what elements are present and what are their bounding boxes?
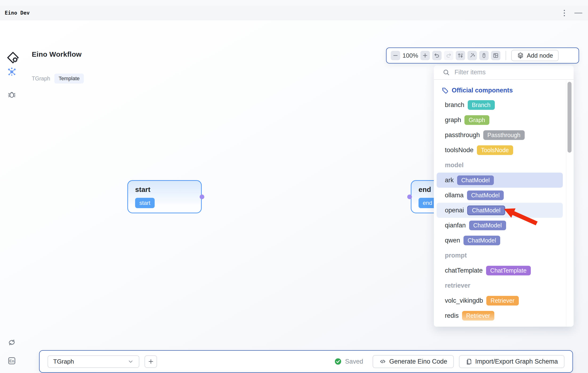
bottom-action-bar: TGraph Saved Generate Eino Code Import/E… bbox=[39, 350, 573, 373]
panel-scrollbar-thumb[interactable] bbox=[567, 82, 572, 153]
language-en-icon: En bbox=[7, 356, 16, 365]
graph-name-label: TGraph bbox=[32, 75, 50, 82]
start-node-output-port[interactable] bbox=[200, 194, 204, 199]
component-item-ollama[interactable]: ollama ChatModel bbox=[437, 188, 563, 203]
add-node-label: Add node bbox=[527, 52, 553, 59]
generate-code-button[interactable]: Generate Eino Code bbox=[373, 355, 454, 368]
component-name: openai bbox=[445, 207, 464, 214]
filter-items-input[interactable] bbox=[454, 69, 558, 76]
mouse-mode-button[interactable] bbox=[479, 51, 489, 60]
group-label-prompt: prompt bbox=[434, 248, 566, 263]
zoom-level-value: 100% bbox=[402, 52, 418, 59]
group-label-model: model bbox=[434, 158, 566, 173]
window-menu-button[interactable] bbox=[564, 9, 565, 17]
component-name: ollama bbox=[445, 192, 464, 199]
bug-icon bbox=[7, 90, 16, 99]
page-title: Eino Workflow bbox=[32, 50, 82, 58]
template-badge[interactable]: Template bbox=[54, 74, 84, 83]
component-item-qwen[interactable]: qwen ChatModel bbox=[437, 233, 563, 248]
component-item-passthrough[interactable]: passthrough Passthrough bbox=[437, 128, 563, 142]
component-item-branch[interactable]: branch Branch bbox=[437, 97, 563, 112]
kebab-icon bbox=[564, 9, 565, 17]
component-item-qianfan[interactable]: qianfan ChatModel bbox=[437, 218, 563, 233]
refresh-icon bbox=[7, 338, 16, 347]
workflow-canvas[interactable]: En ? Eino Workflow TGraph Template 100% bbox=[0, 20, 588, 373]
zoom-in-button[interactable] bbox=[420, 51, 430, 60]
component-type-badge: ChatModel bbox=[457, 175, 494, 185]
code-icon bbox=[379, 358, 386, 365]
save-status: Saved bbox=[334, 358, 363, 365]
zoom-out-button[interactable] bbox=[391, 51, 400, 60]
search-icon bbox=[443, 69, 450, 76]
start-node-title: start bbox=[135, 186, 150, 193]
end-node-title: end bbox=[419, 186, 431, 193]
component-name: toolsNode bbox=[445, 147, 474, 154]
window-title: Eino Dev bbox=[5, 10, 30, 16]
eino-logo-icon bbox=[7, 51, 19, 64]
component-item-volc-vikingdb[interactable]: volc_vikingdb Retriever bbox=[437, 293, 563, 308]
component-item-openai[interactable]: openai ChatModel bbox=[437, 203, 563, 218]
plus-icon bbox=[147, 358, 154, 365]
component-item-ark[interactable]: ark ChatModel bbox=[437, 173, 563, 188]
redo-button[interactable] bbox=[444, 51, 453, 60]
import-export-label: Import/Export Graph Schema bbox=[475, 358, 558, 365]
add-graph-button[interactable] bbox=[145, 355, 157, 368]
component-name: passthrough bbox=[445, 131, 480, 139]
end-node-input-port[interactable] bbox=[407, 194, 412, 199]
graph-meta: TGraph Template bbox=[32, 73, 84, 84]
component-item-graph[interactable]: graph Graph bbox=[437, 112, 563, 128]
sidebar-button-debug[interactable] bbox=[7, 90, 16, 99]
clipboard-icon bbox=[466, 358, 472, 365]
official-components-header: Official components bbox=[442, 87, 566, 94]
graph-select[interactable]: TGraph bbox=[48, 355, 139, 368]
saved-check-icon bbox=[334, 358, 342, 365]
sidebar-button-refresh[interactable] bbox=[7, 338, 16, 347]
graph-network-icon bbox=[7, 67, 16, 76]
component-name: branch bbox=[445, 101, 464, 109]
component-type-badge: ChatModel bbox=[467, 191, 504, 200]
add-node-button[interactable]: Add node bbox=[511, 50, 559, 61]
layout-panels-button[interactable] bbox=[491, 51, 500, 60]
component-name: graph bbox=[445, 116, 461, 124]
component-type-badge: ChatTemplate bbox=[486, 266, 531, 275]
mouse-icon bbox=[481, 52, 487, 59]
window-minimize-button[interactable] bbox=[574, 13, 582, 13]
component-type-badge: Retriever bbox=[486, 296, 519, 305]
component-item-redis[interactable]: redis Retriever bbox=[437, 308, 563, 323]
official-components-label: Official components bbox=[452, 87, 513, 94]
component-item-toolsnode[interactable]: toolsNode ToolsNode bbox=[437, 142, 563, 158]
component-name: redis bbox=[445, 312, 459, 319]
plus-icon bbox=[422, 52, 428, 59]
magic-wand-icon bbox=[469, 52, 475, 59]
window-top-strip bbox=[0, 0, 588, 5]
component-item-chattemplate[interactable]: chatTemplate ChatTemplate bbox=[437, 263, 563, 278]
auto-layout-button[interactable] bbox=[456, 51, 465, 60]
component-name: chatTemplate bbox=[445, 267, 483, 274]
layers-plus-icon bbox=[517, 52, 524, 59]
sidebar-button-language[interactable]: En bbox=[7, 356, 16, 365]
sidebar-button-graph-editor[interactable] bbox=[7, 67, 16, 76]
import-export-button[interactable]: Import/Export Graph Schema bbox=[459, 355, 565, 368]
minus-icon bbox=[392, 52, 399, 59]
svg-text:En: En bbox=[9, 359, 14, 363]
layout-grid-icon bbox=[493, 52, 499, 59]
components-panel: Official components branch Branch graph … bbox=[434, 65, 574, 327]
component-type-badge: ToolsNode bbox=[477, 145, 513, 155]
component-name: ark bbox=[445, 177, 454, 184]
start-node-handle-badge: start bbox=[135, 198, 155, 208]
graph-select-value: TGraph bbox=[53, 358, 74, 365]
component-type-badge: ChatModel bbox=[467, 206, 505, 215]
group-label-retriever: retriever bbox=[434, 278, 566, 293]
magic-wand-button[interactable] bbox=[467, 51, 477, 60]
undo-button[interactable] bbox=[432, 51, 441, 60]
generate-code-label: Generate Eino Code bbox=[389, 358, 447, 365]
component-name: qianfan bbox=[445, 222, 466, 229]
component-type-badge: ChatModel bbox=[469, 221, 506, 230]
component-name: qwen bbox=[445, 237, 460, 244]
start-node[interactable]: start start bbox=[127, 180, 202, 213]
saved-label: Saved bbox=[345, 358, 363, 365]
undo-icon bbox=[434, 52, 440, 59]
component-type-badge: ChatModel bbox=[463, 236, 500, 245]
components-list: Official components branch Branch graph … bbox=[434, 87, 566, 323]
chevron-down-icon bbox=[127, 358, 134, 364]
